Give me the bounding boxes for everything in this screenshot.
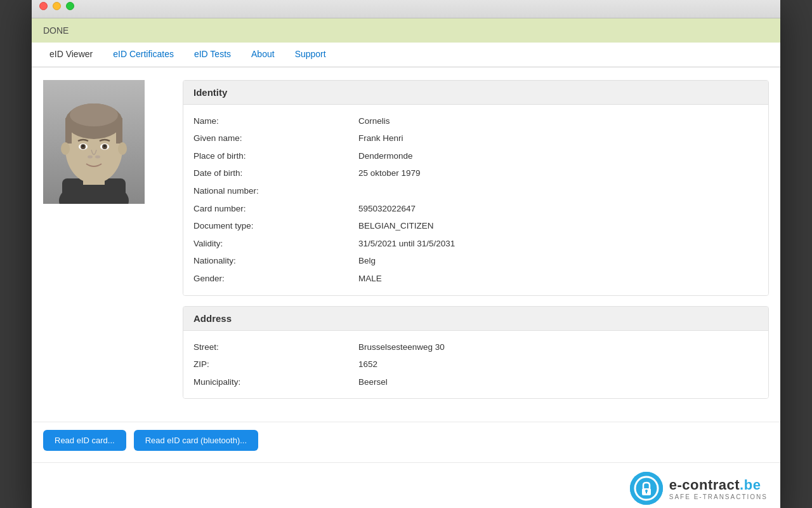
label-gender: Gender:	[193, 272, 358, 286]
brand-icon	[630, 472, 663, 505]
photo-column	[43, 80, 170, 410]
value-zip: 1652	[358, 358, 377, 371]
value-street: Brusselsesteenweg 30	[358, 340, 445, 354]
field-card-number: Card number: 595032022647	[193, 200, 758, 218]
field-given-name: Given name: Frank Henri	[193, 130, 758, 147]
titlebar	[32, 0, 780, 18]
label-place-of-birth: Place of birth:	[193, 149, 358, 163]
tab-support[interactable]: Support	[285, 43, 336, 67]
label-document-type: Document type:	[193, 219, 358, 233]
brand-name: e-contract.be	[669, 477, 768, 493]
tab-eid-tests[interactable]: eID Tests	[184, 43, 241, 67]
address-section: Address Street: Brusselsesteenweg 30 ZIP…	[183, 306, 769, 399]
label-zip: ZIP:	[193, 358, 358, 371]
label-given-name: Given name:	[193, 131, 358, 145]
value-date-of-birth: 25 oktober 1979	[358, 166, 421, 180]
status-text: DONE	[43, 25, 69, 36]
value-validity: 31/5/2021 until 31/5/2031	[358, 237, 455, 251]
svg-rect-8	[116, 118, 122, 144]
field-date-of-birth: Date of birth: 25 oktober 1979	[193, 164, 758, 182]
brand-text: e-contract.be SAFE E-TRANSACTIONS	[669, 477, 768, 500]
field-national-number: National number:	[193, 182, 758, 200]
label-national-number: National number:	[193, 184, 358, 198]
address-section-header: Address	[183, 307, 768, 331]
field-gender: Gender: MALE	[193, 270, 758, 288]
address-section-body: Street: Brusselsesteenweg 30 ZIP: 1652 M…	[183, 331, 768, 399]
label-street: Street:	[193, 340, 358, 354]
read-bluetooth-button[interactable]: Read eID card (bluetooth)...	[134, 430, 258, 451]
brand-name-suffix: .be	[740, 477, 761, 493]
value-document-type: BELGIAN_CITIZEN	[358, 219, 434, 233]
label-municipality: Municipality:	[193, 375, 358, 389]
value-card-number: 595032022647	[358, 202, 416, 216]
svg-point-14	[82, 145, 84, 147]
label-card-number: Card number:	[193, 202, 358, 216]
brand-logo: e-contract.be SAFE E-TRANSACTIONS	[630, 472, 768, 505]
brand-tagline: SAFE E-TRANSACTIONS	[669, 493, 768, 500]
field-name: Name: Cornelis	[193, 112, 758, 130]
traffic-lights	[39, 2, 74, 10]
identity-section-body: Name: Cornelis Given name: Frank Henri P…	[183, 105, 768, 295]
close-button[interactable]	[39, 2, 48, 10]
value-gender: MALE	[358, 272, 382, 286]
window-content: DONE eID Viewer eID Certificates eID Tes…	[32, 18, 780, 508]
read-card-button[interactable]: Read eID card...	[43, 430, 126, 451]
maximize-button[interactable]	[66, 2, 74, 10]
field-place-of-birth: Place of birth: Dendermonde	[193, 147, 758, 165]
value-given-name: Frank Henri	[358, 131, 403, 145]
svg-point-15	[103, 145, 106, 147]
svg-point-9	[70, 104, 118, 126]
main-content: Identity Name: Cornelis Given name: Fran…	[32, 67, 780, 422]
tab-eid-viewer[interactable]: eID Viewer	[39, 43, 103, 67]
value-place-of-birth: Dendermonde	[358, 149, 413, 163]
label-validity: Validity:	[193, 237, 358, 251]
app-window: DONE eID Viewer eID Certificates eID Tes…	[32, 0, 780, 508]
tab-eid-certificates[interactable]: eID Certificates	[103, 43, 184, 67]
field-zip: ZIP: 1652	[193, 356, 758, 373]
footer: e-contract.be SAFE E-TRANSACTIONS	[32, 462, 780, 508]
label-date-of-birth: Date of birth:	[193, 166, 358, 180]
minimize-button[interactable]	[53, 2, 61, 10]
button-row: Read eID card... Read eID card (bluetoot…	[32, 422, 780, 462]
field-nationality: Nationality: Belg	[193, 252, 758, 270]
field-document-type: Document type: BELGIAN_CITIZEN	[193, 217, 758, 235]
svg-rect-24	[646, 491, 647, 493]
id-photo	[43, 80, 145, 204]
value-name: Cornelis	[358, 114, 390, 128]
value-nationality: Belg	[358, 254, 376, 268]
value-municipality: Beersel	[358, 375, 388, 389]
svg-point-16	[88, 155, 93, 158]
info-column: Identity Name: Cornelis Given name: Fran…	[183, 80, 769, 410]
status-bar: DONE	[32, 18, 780, 43]
svg-point-18	[61, 142, 70, 155]
field-validity: Validity: 31/5/2021 until 31/5/2031	[193, 235, 758, 253]
svg-rect-7	[65, 118, 72, 144]
field-street: Street: Brusselsesteenweg 30	[193, 338, 758, 356]
field-municipality: Municipality: Beersel	[193, 373, 758, 391]
identity-section: Identity Name: Cornelis Given name: Fran…	[183, 80, 769, 296]
tab-about[interactable]: About	[241, 43, 285, 67]
label-nationality: Nationality:	[193, 254, 358, 268]
svg-point-19	[118, 142, 127, 155]
tab-bar: eID Viewer eID Certificates eID Tests Ab…	[32, 43, 780, 67]
svg-point-17	[95, 155, 100, 158]
identity-section-header: Identity	[183, 81, 768, 105]
label-name: Name:	[193, 114, 358, 128]
